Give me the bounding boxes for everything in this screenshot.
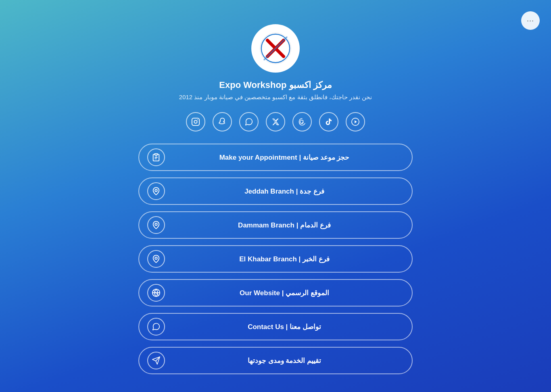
appointment-label: حجز موعد صيانة | Make your Appointment (165, 153, 404, 162)
snapchat-icon[interactable] (213, 112, 232, 131)
svg-rect-10 (154, 154, 157, 155)
website-label: الموقع الرسمي | Our Website (165, 289, 404, 297)
svg-point-14 (155, 223, 157, 225)
contact-label: تواصل معنا | Contact Us (165, 323, 404, 331)
jeddah-label: فرع جدة | Jeddah Branch (165, 187, 404, 196)
svg-point-13 (155, 189, 157, 192)
send-icon (147, 352, 165, 369)
svg-rect-5 (192, 118, 199, 125)
svg-point-6 (194, 120, 197, 123)
khabar-label: فرع الخبر | El Khabar Branch (165, 255, 404, 263)
website-globe-icon (147, 284, 165, 302)
threads-icon[interactable] (292, 112, 312, 131)
khabar-location-icon (147, 250, 165, 268)
svg-marker-9 (355, 120, 357, 123)
dammam-location-icon (147, 216, 165, 234)
links-container: حجز موعد صيانة | Make your Appointment ف… (138, 144, 413, 374)
clipboard-icon (147, 148, 165, 166)
logo-svg (259, 32, 292, 65)
dots-menu-button[interactable]: ··· (521, 11, 540, 30)
twitter-icon[interactable] (266, 112, 285, 131)
contact-button[interactable]: تواصل معنا | Contact Us (138, 313, 413, 340)
social-icons-row (186, 112, 365, 131)
website-button[interactable]: الموقع الرسمي | Our Website (138, 279, 413, 307)
jeddah-button[interactable]: فرع جدة | Jeddah Branch (138, 177, 413, 205)
tiktok-icon[interactable] (319, 112, 338, 131)
instagram-icon[interactable] (186, 112, 205, 131)
jeddah-location-icon (147, 182, 165, 200)
dots-menu-label: ··· (527, 17, 534, 25)
profile-logo (251, 24, 300, 73)
review-label: تقييم الخدمة ومدى جودتها (165, 357, 404, 365)
appointment-button[interactable]: حجز موعد صيانة | Make your Appointment (138, 144, 413, 171)
dammam-button[interactable]: فرع الدمام | Dammam Branch (138, 211, 413, 239)
khabar-button[interactable]: فرع الخبر | El Khabar Branch (138, 245, 413, 273)
svg-point-7 (197, 119, 198, 120)
whatsapp-icon[interactable] (239, 112, 259, 131)
svg-point-15 (155, 257, 157, 259)
dammam-label: فرع الدمام | Dammam Branch (165, 221, 404, 229)
profile-name: مركز اكسبو Expo Workshop (219, 80, 332, 90)
contact-whatsapp-icon (147, 318, 165, 336)
profile-subtitle: نحن نقدر حاجتك، فانطلق بثقة مع اكسبو متخ… (179, 94, 372, 101)
youtube-icon[interactable] (346, 112, 365, 131)
review-button[interactable]: تقييم الخدمة ومدى جودتها (138, 347, 413, 374)
